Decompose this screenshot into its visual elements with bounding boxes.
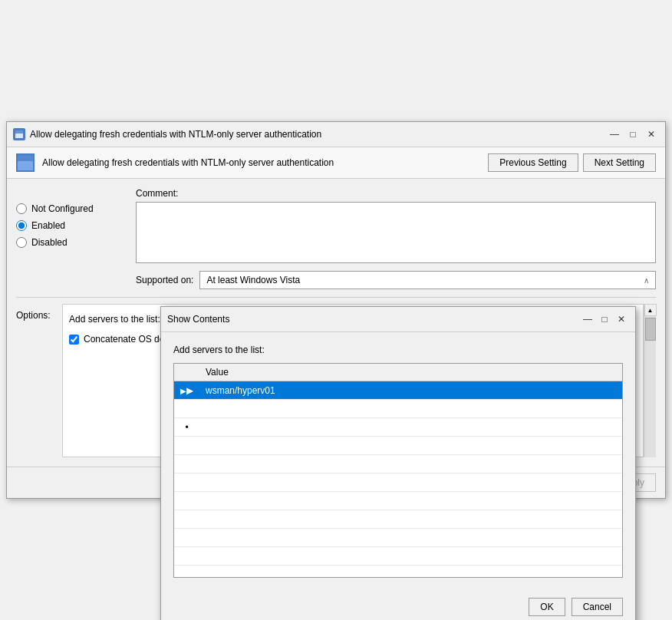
row-value-1[interactable]: wsman/hyperv01 [199,381,622,400]
modal-table-container: Value ▶ wsman/hyperv01 [173,363,623,578]
modal-maximize-button[interactable]: □ [597,312,612,327]
table-row-empty-1 [174,437,622,455]
modal-dialog: Show Contents — □ ✕ Add servers to the l… [160,306,636,620]
table-row-empty-5 [174,510,622,529]
modal-overlay: Show Contents — □ ✕ Add servers to the l… [7,122,665,498]
modal-body: Add servers to the list: Value ▶ [161,332,635,590]
modal-minimize-button[interactable]: — [580,312,595,327]
modal-title-text: Show Contents [167,314,580,325]
table-row-empty-3 [174,473,622,492]
table-row-empty-7 [174,547,622,566]
row-arrow-1: ▶ [174,381,199,400]
modal-add-servers-label: Add servers to the list: [173,345,623,355]
row-value-3[interactable] [199,418,622,437]
table-row[interactable]: • [174,418,622,437]
table-row-empty-4 [174,492,622,510]
table-row[interactable] [174,400,622,418]
row-arrow-2 [174,400,199,418]
modal-table: Value ▶ wsman/hyperv01 [174,364,622,566]
table-row-empty-6 [174,529,622,547]
modal-footer: OK Cancel [161,590,635,620]
row-bullet-3: • [174,418,199,437]
col-value-header: Value [199,364,622,381]
table-row-empty-2 [174,455,622,473]
row-value-2[interactable] [199,400,622,418]
modal-title-controls: — □ ✕ [580,312,629,327]
main-window: Allow delegating fresh credentials with … [6,121,666,499]
modal-ok-button[interactable]: OK [529,598,565,616]
modal-title-bar: Show Contents — □ ✕ [161,307,635,332]
modal-cancel-button[interactable]: Cancel [572,598,623,616]
modal-close-button[interactable]: ✕ [614,312,629,327]
table-row[interactable]: ▶ wsman/hyperv01 [174,381,622,400]
col-arrow [174,364,199,381]
